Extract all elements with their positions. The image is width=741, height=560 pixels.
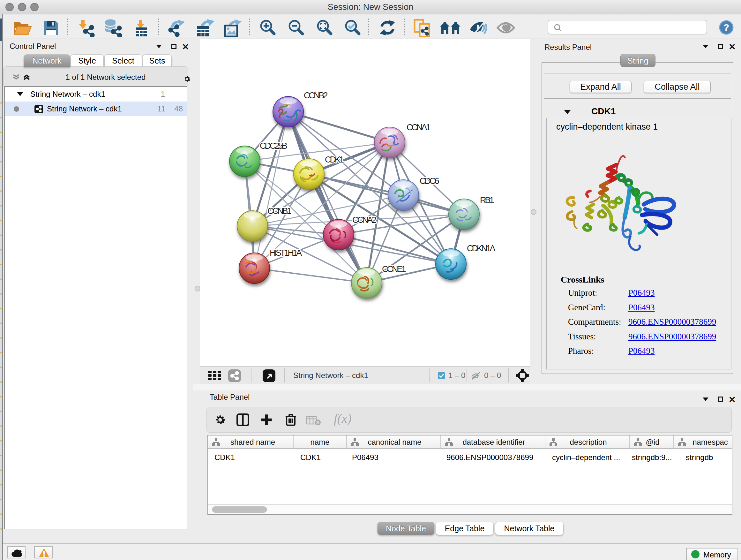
svg-text:CCNB1: CCNB1 xyxy=(267,206,291,216)
svg-text:CDC6: CDC6 xyxy=(420,176,439,186)
svg-text:CCNB2: CCNB2 xyxy=(304,91,328,100)
svg-text:CCNA2: CCNA2 xyxy=(352,215,376,225)
svg-text:HIST1H1A: HIST1H1A xyxy=(270,248,302,258)
svg-text:CDC25B: CDC25B xyxy=(260,141,287,151)
svg-text:CDK1: CDK1 xyxy=(325,155,344,165)
svg-text:CCNE1: CCNE1 xyxy=(382,264,406,274)
svg-text:CDKN1A: CDKN1A xyxy=(467,244,495,253)
svg-text:?: ? xyxy=(724,22,729,33)
svg-text:RB1: RB1 xyxy=(480,195,494,205)
svg-text:CCNA1: CCNA1 xyxy=(407,123,430,132)
